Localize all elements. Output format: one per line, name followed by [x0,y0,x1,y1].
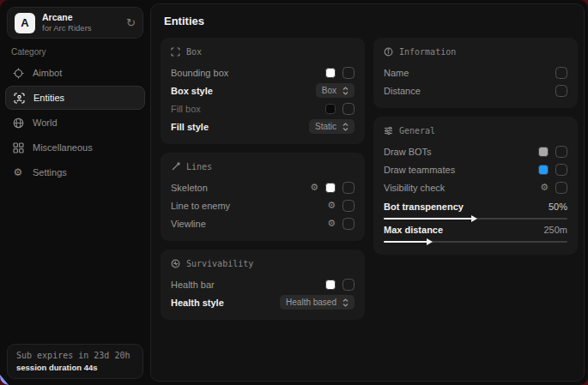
information-card: Information Name Distance [373,38,578,108]
card-title: Survivability [186,259,253,268]
slider-thumb[interactable] [471,215,477,222]
setting-row-name: Name [384,63,567,81]
setting-row-line-to-enemy: Line to enemy ⚙ [171,196,355,214]
setting-row-health-style: Health style Health based [171,293,355,311]
color-swatch[interactable] [325,104,336,114]
right-column: Information Name Distance [373,38,578,255]
survivability-card: Survivability Health bar Health style He… [161,250,365,320]
sidebar-nav: Aimbot Entities World [0,60,150,185]
color-swatch[interactable] [538,165,549,175]
bot-transparency-slider[interactable] [384,218,567,220]
box-card: Box Bounding box Box style Box [161,38,365,144]
app-logo: A [15,13,35,33]
sub-expiry-text: Sub expires in 23d 20h [16,351,134,360]
color-swatch[interactable] [325,183,336,193]
session-duration-text: session duration 44s [16,363,134,372]
visibility-check-checkbox[interactable] [555,182,567,194]
setting-row-box-style: Box style Box [171,81,355,99]
setting-row-bounding-box: Bounding box [171,63,355,81]
chevron-updown-icon [342,87,349,95]
left-column: Box Bounding box Box style Box [161,38,365,320]
sidebar: A Arcane for Arc Riders ↻ Category Aimbo… [0,0,150,385]
color-swatch[interactable] [325,280,336,290]
card-title: Lines [186,162,212,171]
mouse-cursor [0,375,9,385]
draw-teammates-checkbox[interactable] [555,164,567,176]
app-window: A Arcane for Arc Riders ↻ Category Aimbo… [0,0,588,385]
entities-scan-icon [13,92,25,104]
globe-icon [12,117,24,129]
sidebar-item-label: Settings [33,167,67,177]
gear-icon[interactable]: ⚙ [327,201,336,210]
health-style-dropdown[interactable]: Health based [280,295,355,310]
crosshair-icon [12,67,24,79]
bot-transparency-value: 50% [549,202,567,212]
distance-checkbox[interactable] [555,85,567,97]
sidebar-item-settings[interactable]: ⚙ Settings [5,160,145,184]
brand-card: A Arcane for Arc Riders ↻ [7,7,143,39]
box-style-dropdown[interactable]: Box [316,83,355,98]
chevron-updown-icon [342,298,349,307]
app-title: Arcane [42,13,119,23]
max-distance-slider-group: Max distance 250m [384,223,567,243]
info-icon [384,47,393,57]
line-to-enemy-checkbox[interactable] [342,200,355,212]
sidebar-item-world[interactable]: World [5,111,145,135]
setting-row-draw-bots: Draw BOTs [384,142,567,160]
card-title: Box [186,47,202,57]
gear-icon[interactable]: ⚙ [310,183,318,192]
fill-box-checkbox[interactable] [342,103,355,115]
setting-row-skeleton: Skeleton ⚙ [171,178,355,196]
slider-thumb[interactable] [427,238,433,245]
sidebar-item-miscellaneous[interactable]: Miscellaneous [5,135,145,159]
main-panel: Entities Box Bounding box [150,3,585,382]
sidebar-item-label: Miscellaneous [33,142,93,153]
viewline-checkbox[interactable] [342,218,355,230]
gear-icon[interactable]: ⚙ [327,219,336,228]
color-swatch[interactable] [325,68,336,78]
setting-row-distance: Distance [384,81,567,99]
health-bar-checkbox[interactable] [342,279,355,291]
heart-pulse-icon [171,259,180,268]
bot-transparency-slider-group: Bot transpenency 50% [384,200,567,220]
subscription-card: Sub expires in 23d 20h session duration … [7,344,143,379]
grid-icon [12,141,24,153]
setting-row-fill-style: Fill style Static [171,117,355,135]
page-title: Entities [164,15,574,27]
setting-row-visibility-check: Visibility check ⚙ [384,178,567,196]
general-card: General Draw BOTs Draw teammates [373,117,578,255]
fill-style-dropdown[interactable]: Static [309,119,355,134]
gear-icon[interactable]: ⚙ [540,183,549,192]
draw-bots-checkbox[interactable] [555,146,567,158]
sidebar-item-aimbot[interactable]: Aimbot [5,61,145,85]
box-frame-icon [171,47,180,57]
line-icon [171,162,180,171]
lines-card: Lines Skeleton ⚙ Line to enemy ⚙ [161,153,365,241]
setting-row-health-bar: Health bar [171,275,355,293]
max-distance-value: 250m [543,225,567,235]
setting-row-viewline: Viewline ⚙ [171,214,355,232]
sliders-icon [384,126,393,135]
setting-row-draw-teammates: Draw teammates [384,160,567,178]
setting-row-fill-box: Fill box [171,99,355,117]
max-distance-slider[interactable] [384,241,567,243]
refresh-icon[interactable]: ↻ [126,16,136,29]
skeleton-checkbox[interactable] [342,182,355,194]
color-swatch[interactable] [538,147,549,157]
sidebar-item-label: Entities [33,93,64,103]
bounding-box-checkbox[interactable] [342,67,355,79]
name-checkbox[interactable] [555,67,567,79]
chevron-updown-icon [342,123,349,131]
category-label: Category [11,47,46,57]
sidebar-item-label: World [33,117,58,128]
card-title: General [399,126,435,135]
gear-icon: ⚙ [12,166,24,178]
sidebar-item-label: Aimbot [33,68,62,78]
sidebar-item-entities[interactable]: Entities [5,86,145,110]
card-title: Information [399,47,456,57]
app-subtitle: for Arc Riders [42,24,119,33]
